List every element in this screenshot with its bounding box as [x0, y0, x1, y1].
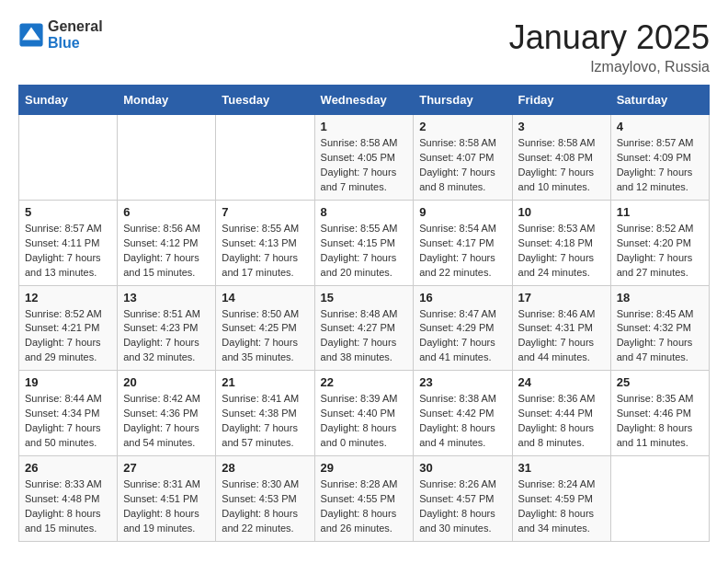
- day-number: 29: [321, 461, 408, 475]
- calendar-cell: 3Sunrise: 8:58 AM Sunset: 4:08 PM Daylig…: [512, 115, 610, 201]
- day-info: Sunrise: 8:47 AM Sunset: 4:29 PM Dayligh…: [419, 307, 506, 366]
- day-number: 28: [222, 461, 308, 475]
- calendar-cell: 1Sunrise: 8:58 AM Sunset: 4:05 PM Daylig…: [314, 115, 414, 201]
- page-header: General Blue January 2025 Izmaylovo, Rus…: [18, 18, 710, 75]
- calendar-cell: 27Sunrise: 8:31 AM Sunset: 4:51 PM Dayli…: [118, 456, 216, 542]
- day-info: Sunrise: 8:41 AM Sunset: 4:38 PM Dayligh…: [222, 392, 308, 451]
- calendar-week-0: 1Sunrise: 8:58 AM Sunset: 4:05 PM Daylig…: [19, 115, 710, 201]
- day-info: Sunrise: 8:42 AM Sunset: 4:36 PM Dayligh…: [123, 392, 210, 451]
- day-info: Sunrise: 8:48 AM Sunset: 4:27 PM Dayligh…: [321, 307, 408, 366]
- day-info: Sunrise: 8:39 AM Sunset: 4:40 PM Dayligh…: [321, 392, 408, 451]
- month-title: January 2025: [509, 18, 710, 57]
- day-info: Sunrise: 8:36 AM Sunset: 4:44 PM Dayligh…: [518, 392, 605, 451]
- calendar-week-3: 19Sunrise: 8:44 AM Sunset: 4:34 PM Dayli…: [19, 371, 710, 456]
- calendar-cell: 31Sunrise: 8:24 AM Sunset: 4:59 PM Dayli…: [512, 456, 610, 542]
- day-info: Sunrise: 8:58 AM Sunset: 4:05 PM Dayligh…: [321, 136, 408, 195]
- day-info: Sunrise: 8:52 AM Sunset: 4:21 PM Dayligh…: [25, 307, 111, 366]
- calendar-cell: 18Sunrise: 8:45 AM Sunset: 4:32 PM Dayli…: [610, 285, 709, 371]
- day-info: Sunrise: 8:46 AM Sunset: 4:31 PM Dayligh…: [518, 307, 605, 366]
- day-number: 12: [25, 291, 111, 304]
- day-number: 8: [321, 205, 408, 219]
- calendar-cell: [118, 115, 216, 201]
- calendar-cell: 24Sunrise: 8:36 AM Sunset: 4:44 PM Dayli…: [512, 371, 610, 456]
- day-number: 18: [617, 291, 703, 304]
- day-number: 9: [419, 205, 506, 219]
- calendar-cell: 6Sunrise: 8:56 AM Sunset: 4:12 PM Daylig…: [118, 200, 216, 285]
- day-number: 17: [518, 291, 605, 304]
- calendar-cell: 26Sunrise: 8:33 AM Sunset: 4:48 PM Dayli…: [19, 456, 118, 542]
- day-number: 3: [518, 120, 605, 133]
- day-info: Sunrise: 8:30 AM Sunset: 4:53 PM Dayligh…: [222, 477, 308, 536]
- weekday-header-sunday: Sunday: [19, 86, 118, 115]
- day-info: Sunrise: 8:58 AM Sunset: 4:08 PM Dayligh…: [518, 136, 605, 195]
- calendar-cell: 8Sunrise: 8:55 AM Sunset: 4:15 PM Daylig…: [314, 200, 414, 285]
- calendar-cell: 25Sunrise: 8:35 AM Sunset: 4:46 PM Dayli…: [610, 371, 709, 456]
- day-info: Sunrise: 8:24 AM Sunset: 4:59 PM Dayligh…: [518, 477, 605, 536]
- calendar-week-2: 12Sunrise: 8:52 AM Sunset: 4:21 PM Dayli…: [19, 285, 710, 371]
- day-info: Sunrise: 8:33 AM Sunset: 4:48 PM Dayligh…: [25, 477, 111, 536]
- day-number: 2: [419, 120, 506, 133]
- day-info: Sunrise: 8:45 AM Sunset: 4:32 PM Dayligh…: [617, 307, 703, 366]
- logo-blue: Blue: [48, 35, 80, 51]
- weekday-header-wednesday: Wednesday: [314, 86, 414, 115]
- day-number: 4: [617, 120, 703, 133]
- day-info: Sunrise: 8:58 AM Sunset: 4:07 PM Dayligh…: [419, 136, 506, 195]
- calendar-cell: 10Sunrise: 8:53 AM Sunset: 4:18 PM Dayli…: [512, 200, 610, 285]
- calendar: SundayMondayTuesdayWednesdayThursdayFrid…: [18, 85, 710, 542]
- calendar-week-4: 26Sunrise: 8:33 AM Sunset: 4:48 PM Dayli…: [19, 456, 710, 542]
- title-block: January 2025 Izmaylovo, Russia: [509, 18, 710, 75]
- calendar-cell: [216, 115, 314, 201]
- day-info: Sunrise: 8:51 AM Sunset: 4:23 PM Dayligh…: [123, 307, 210, 366]
- day-info: Sunrise: 8:54 AM Sunset: 4:17 PM Dayligh…: [419, 222, 506, 281]
- calendar-cell: 22Sunrise: 8:39 AM Sunset: 4:40 PM Dayli…: [314, 371, 414, 456]
- day-number: 27: [123, 461, 210, 475]
- day-info: Sunrise: 8:26 AM Sunset: 4:57 PM Dayligh…: [419, 477, 506, 536]
- logo-general: General: [48, 18, 103, 34]
- day-info: Sunrise: 8:35 AM Sunset: 4:46 PM Dayligh…: [617, 392, 703, 451]
- calendar-cell: 7Sunrise: 8:55 AM Sunset: 4:13 PM Daylig…: [216, 200, 314, 285]
- calendar-cell: [19, 115, 118, 201]
- day-number: 5: [25, 205, 111, 219]
- weekday-header-friday: Friday: [512, 86, 610, 115]
- logo: General Blue: [18, 18, 103, 52]
- day-info: Sunrise: 8:53 AM Sunset: 4:18 PM Dayligh…: [518, 222, 605, 281]
- day-info: Sunrise: 8:44 AM Sunset: 4:34 PM Dayligh…: [25, 392, 111, 451]
- day-number: 15: [321, 291, 408, 304]
- day-info: Sunrise: 8:55 AM Sunset: 4:13 PM Dayligh…: [222, 222, 308, 281]
- calendar-cell: 19Sunrise: 8:44 AM Sunset: 4:34 PM Dayli…: [19, 371, 118, 456]
- day-info: Sunrise: 8:57 AM Sunset: 4:09 PM Dayligh…: [617, 136, 703, 195]
- day-number: 7: [222, 205, 308, 219]
- calendar-cell: 21Sunrise: 8:41 AM Sunset: 4:38 PM Dayli…: [216, 371, 314, 456]
- day-number: 20: [123, 375, 210, 389]
- calendar-cell: 15Sunrise: 8:48 AM Sunset: 4:27 PM Dayli…: [314, 285, 414, 371]
- day-number: 6: [123, 205, 210, 219]
- calendar-cell: 13Sunrise: 8:51 AM Sunset: 4:23 PM Dayli…: [118, 285, 216, 371]
- calendar-cell: 4Sunrise: 8:57 AM Sunset: 4:09 PM Daylig…: [610, 115, 709, 201]
- calendar-cell: 28Sunrise: 8:30 AM Sunset: 4:53 PM Dayli…: [216, 456, 314, 542]
- calendar-cell: 17Sunrise: 8:46 AM Sunset: 4:31 PM Dayli…: [512, 285, 610, 371]
- calendar-cell: 29Sunrise: 8:28 AM Sunset: 4:55 PM Dayli…: [314, 456, 414, 542]
- day-number: 21: [222, 375, 308, 389]
- calendar-cell: 2Sunrise: 8:58 AM Sunset: 4:07 PM Daylig…: [414, 115, 512, 201]
- weekday-header-saturday: Saturday: [610, 86, 709, 115]
- weekday-header-tuesday: Tuesday: [216, 86, 314, 115]
- day-number: 31: [518, 461, 605, 475]
- day-number: 11: [617, 205, 703, 219]
- calendar-cell: 20Sunrise: 8:42 AM Sunset: 4:36 PM Dayli…: [118, 371, 216, 456]
- calendar-week-1: 5Sunrise: 8:57 AM Sunset: 4:11 PM Daylig…: [19, 200, 710, 285]
- calendar-cell: 9Sunrise: 8:54 AM Sunset: 4:17 PM Daylig…: [414, 200, 512, 285]
- day-number: 26: [25, 461, 111, 475]
- day-info: Sunrise: 8:55 AM Sunset: 4:15 PM Dayligh…: [321, 222, 408, 281]
- day-number: 13: [123, 291, 210, 304]
- calendar-cell: 14Sunrise: 8:50 AM Sunset: 4:25 PM Dayli…: [216, 285, 314, 371]
- day-number: 24: [518, 375, 605, 389]
- day-number: 10: [518, 205, 605, 219]
- calendar-cell: 12Sunrise: 8:52 AM Sunset: 4:21 PM Dayli…: [19, 285, 118, 371]
- day-number: 25: [617, 375, 703, 389]
- day-number: 16: [419, 291, 506, 304]
- calendar-cell: 5Sunrise: 8:57 AM Sunset: 4:11 PM Daylig…: [19, 200, 118, 285]
- day-info: Sunrise: 8:28 AM Sunset: 4:55 PM Dayligh…: [321, 477, 408, 536]
- day-number: 1: [321, 120, 408, 133]
- day-number: 23: [419, 375, 506, 389]
- day-info: Sunrise: 8:57 AM Sunset: 4:11 PM Dayligh…: [25, 222, 111, 281]
